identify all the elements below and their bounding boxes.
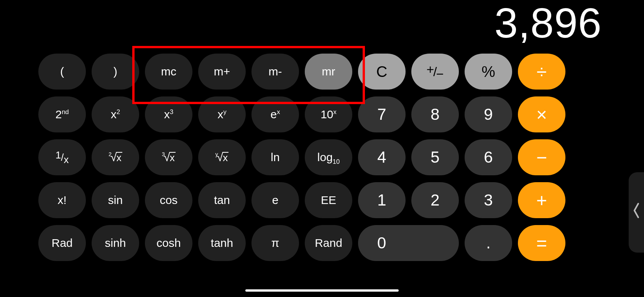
- sqrt-button[interactable]: 2 √x: [92, 139, 139, 175]
- cbrt-button[interactable]: 3 √x: [145, 139, 192, 175]
- divide-button[interactable]: ÷: [518, 54, 565, 90]
- side-handle[interactable]: [629, 172, 644, 253]
- cbrt-label: 3 √x: [162, 151, 175, 164]
- second-fn-label: 2nd: [55, 108, 69, 121]
- rad-button[interactable]: Rad: [38, 225, 86, 261]
- memory-clear-button[interactable]: mc: [145, 54, 192, 90]
- ln-button[interactable]: ln: [251, 139, 299, 175]
- equals-button[interactable]: =: [518, 225, 565, 261]
- digit-6-button[interactable]: 6: [465, 139, 512, 175]
- result-display: 3,896: [104, 0, 602, 46]
- ee-button[interactable]: EE: [305, 182, 352, 218]
- factorial-button[interactable]: x!: [38, 182, 86, 218]
- sqrt-label: 2 √x: [108, 151, 122, 164]
- reciprocal-label: 1/x: [56, 152, 69, 163]
- multiply-button[interactable]: ×: [518, 96, 565, 132]
- memory-plus-button[interactable]: m+: [198, 54, 246, 90]
- sinh-button[interactable]: sinh: [92, 225, 139, 261]
- x-cubed-label: x3: [164, 108, 173, 121]
- sin-button[interactable]: sin: [92, 182, 139, 218]
- percent-button[interactable]: %: [465, 54, 512, 90]
- digit-9-button[interactable]: 9: [465, 96, 512, 132]
- x-to-y-label: xy: [217, 108, 226, 121]
- cosh-button[interactable]: cosh: [145, 225, 192, 261]
- plus-button[interactable]: +: [518, 182, 565, 218]
- log10-label: log10: [317, 151, 340, 164]
- x-to-y-button[interactable]: xy: [198, 96, 246, 132]
- decimal-button[interactable]: .: [465, 225, 512, 261]
- chevron-left-icon: [633, 202, 640, 223]
- negate-button[interactable]: +/−: [411, 54, 459, 90]
- digit-5-button[interactable]: 5: [411, 139, 459, 175]
- digit-0-button[interactable]: 0: [358, 225, 459, 261]
- reciprocal-button[interactable]: 1/x: [38, 139, 86, 175]
- x-squared-button[interactable]: x2: [92, 96, 139, 132]
- digit-3-button[interactable]: 3: [465, 182, 512, 218]
- pi-button[interactable]: π: [251, 225, 299, 261]
- right-paren-button[interactable]: ): [92, 54, 139, 90]
- e-button[interactable]: e: [251, 182, 299, 218]
- ten-to-x-button[interactable]: 10x: [305, 96, 352, 132]
- log10-button[interactable]: log10: [305, 139, 352, 175]
- calculator-app: 3,896 ( ) mc m+ m- mr C +/− % ÷ 2nd x2: [0, 0, 644, 297]
- x-squared-label: x2: [111, 108, 120, 121]
- digit-7-button[interactable]: 7: [358, 96, 406, 132]
- ten-to-x-label: 10x: [320, 108, 337, 121]
- left-paren-button[interactable]: (: [38, 54, 86, 90]
- rand-button[interactable]: Rand: [305, 225, 352, 261]
- home-indicator: [245, 289, 399, 292]
- digit-8-button[interactable]: 8: [411, 96, 459, 132]
- digit-2-button[interactable]: 2: [411, 182, 459, 218]
- button-grid: ( ) mc m+ m- mr C +/− % ÷ 2nd x2 x3: [38, 54, 565, 261]
- digit-1-button[interactable]: 1: [358, 182, 406, 218]
- cos-button[interactable]: cos: [145, 182, 192, 218]
- memory-recall-button[interactable]: mr: [305, 54, 352, 90]
- e-to-x-button[interactable]: ex: [251, 96, 299, 132]
- second-fn-button[interactable]: 2nd: [38, 96, 86, 132]
- negate-label: +/−: [426, 64, 444, 79]
- x-cubed-button[interactable]: x3: [145, 96, 192, 132]
- memory-minus-button[interactable]: m-: [251, 54, 299, 90]
- minus-button[interactable]: −: [518, 139, 565, 175]
- tan-button[interactable]: tan: [198, 182, 246, 218]
- yroot-label: y √x: [215, 151, 228, 164]
- digit-4-button[interactable]: 4: [358, 139, 406, 175]
- clear-button[interactable]: C: [358, 54, 406, 90]
- tanh-button[interactable]: tanh: [198, 225, 246, 261]
- e-to-x-label: ex: [271, 108, 280, 121]
- yroot-button[interactable]: y √x: [198, 139, 246, 175]
